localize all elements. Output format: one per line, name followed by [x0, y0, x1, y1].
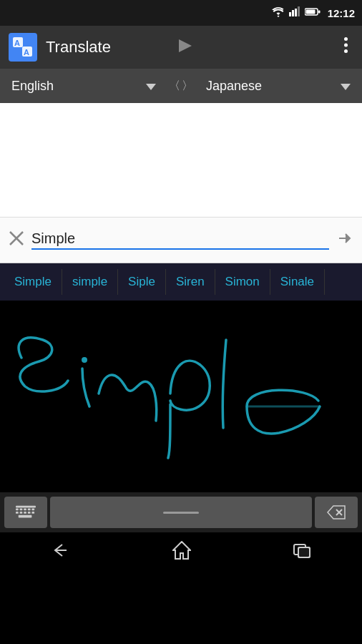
source-lang-arrow [146, 79, 156, 94]
backspace-button[interactable] [315, 497, 358, 528]
spacebar-button[interactable] [50, 497, 312, 528]
swap-left-icon: 〈 [169, 79, 180, 94]
svg-marker-34 [173, 542, 190, 559]
nav-bar [0, 532, 362, 572]
target-language-label: Japanese [206, 79, 262, 94]
svg-text:A: A [24, 48, 29, 57]
suggestion-item[interactable]: Sinale [270, 269, 325, 295]
svg-rect-1 [292, 10, 294, 16]
translate-button[interactable] [336, 230, 353, 251]
target-lang-arrow [341, 79, 351, 94]
input-area [0, 218, 362, 263]
svg-rect-25 [16, 512, 19, 514]
handwriting-svg [0, 301, 362, 492]
handwriting-canvas[interactable] [0, 301, 362, 492]
svg-rect-29 [31, 512, 34, 514]
keyboard-bar [0, 492, 362, 532]
back-button[interactable] [36, 536, 85, 569]
svg-rect-24 [31, 508, 34, 510]
app-icon: A A [9, 33, 37, 62]
suggestion-item[interactable]: Simon [215, 269, 270, 295]
wifi-icon [272, 7, 285, 19]
status-time: 12:12 [328, 7, 355, 19]
swap-languages-button[interactable]: 〈 〉 [162, 79, 200, 94]
target-language-selector[interactable]: Japanese [200, 76, 356, 97]
svg-rect-3 [298, 6, 300, 16]
suggestion-item[interactable]: simple [62, 269, 118, 295]
keyboard-toggle-button[interactable] [4, 497, 47, 528]
spacebar-line [163, 512, 199, 514]
svg-point-18 [82, 357, 87, 363]
svg-rect-0 [289, 12, 291, 16]
svg-point-12 [344, 37, 348, 41]
svg-rect-36 [298, 547, 310, 557]
svg-rect-28 [28, 512, 31, 514]
svg-rect-2 [295, 9, 297, 16]
svg-rect-19 [16, 506, 36, 508]
status-bar: 12:12 [0, 0, 362, 26]
battery-icon [305, 6, 321, 19]
overflow-menu-button[interactable] [338, 31, 353, 63]
svg-rect-20 [16, 508, 19, 510]
svg-rect-22 [24, 508, 26, 510]
svg-rect-26 [20, 512, 23, 514]
app-title: Translate [46, 38, 176, 57]
svg-rect-23 [28, 508, 31, 510]
suggestions-bar: Simple simple Siple Siren Simon Sinale [0, 263, 362, 301]
source-language-label: English [11, 79, 54, 94]
svg-rect-6 [318, 11, 321, 14]
text-input[interactable] [31, 230, 329, 250]
signal-icon [289, 6, 300, 19]
clear-button[interactable] [9, 230, 24, 250]
svg-text:A: A [14, 39, 20, 47]
svg-rect-27 [24, 512, 26, 514]
translation-output-area [0, 103, 362, 218]
svg-rect-5 [305, 10, 315, 14]
suggestion-item[interactable]: Siren [166, 269, 215, 295]
source-language-selector[interactable]: English [6, 76, 162, 97]
app-bar: A A Translate [0, 26, 362, 69]
language-bar: English 〈 〉 Japanese [0, 69, 362, 103]
suggestion-item[interactable]: Simple [4, 269, 62, 295]
suggestion-item[interactable]: Siple [118, 269, 166, 295]
svg-marker-11 [179, 39, 192, 52]
swap-right-icon: 〉 [182, 79, 193, 94]
recents-button[interactable] [278, 536, 326, 569]
svg-rect-21 [20, 508, 23, 510]
home-button[interactable] [158, 535, 205, 570]
svg-rect-30 [19, 515, 32, 518]
svg-point-13 [344, 44, 348, 47]
svg-point-14 [344, 49, 348, 53]
